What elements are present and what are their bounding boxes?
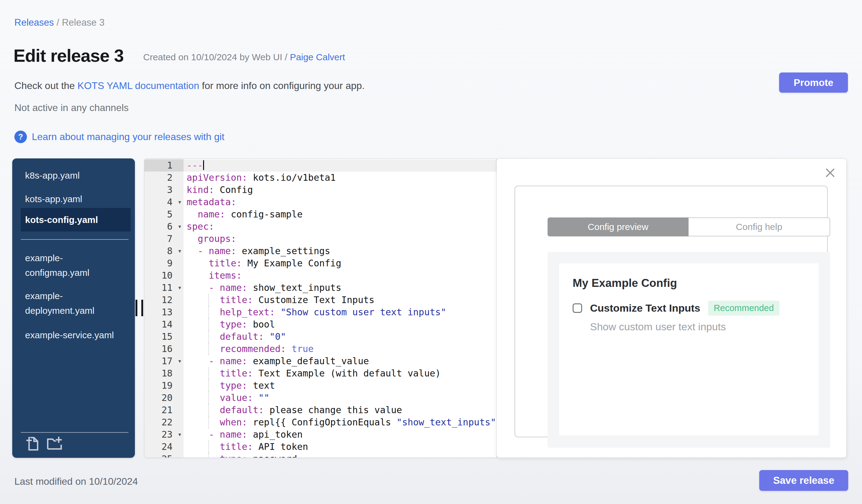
close-icon[interactable] (824, 167, 836, 179)
code-line-1[interactable]: 1--- (144, 159, 496, 172)
fold-arrow-icon[interactable]: ▼ (178, 196, 181, 208)
gutter-line-number: 22 (144, 416, 184, 428)
code-line-16[interactable]: 16 recommended: true (144, 343, 496, 355)
config-render-area: My Example Config Customize Text Inputs … (548, 252, 830, 448)
add-file-icon[interactable] (25, 436, 39, 451)
code-line-25[interactable]: 25 type: password (144, 453, 496, 458)
config-group-title: My Example Config (573, 277, 677, 290)
fold-arrow-icon[interactable]: ▼ (178, 221, 181, 233)
gutter-line-number: 12 (144, 294, 184, 306)
git-help-row: ? Learn about managing your releases wit… (14, 131, 224, 143)
created-info: Created on 10/10/2024 by Web UI / Paige … (143, 52, 345, 62)
code-line-8[interactable]: 8▼ - name: example_settings (144, 245, 496, 257)
code-line-5[interactable]: 5 name: config-sample (144, 208, 496, 221)
sidebar-file-example-deployment-yaml[interactable]: example-deployment.yaml (21, 289, 131, 318)
page-title: Edit release 3 (13, 45, 123, 66)
code-line-2[interactable]: 2apiVersion: kots.io/v1beta1 (144, 172, 496, 184)
breadcrumb-current: Release 3 (62, 17, 105, 28)
gutter-line-number: 24 (144, 441, 184, 453)
code-line-11[interactable]: 11▼ - name: show_text_inputs (144, 282, 496, 294)
config-item-row: Customize Text Inputs Recommended (573, 301, 780, 316)
sidebar-file-k8s-app-yaml[interactable]: k8s-app.yaml (21, 168, 131, 183)
git-releases-link[interactable]: Learn about managing your releases with … (32, 131, 224, 143)
kots-yaml-doc-link[interactable]: KOTS YAML documentation (77, 80, 199, 91)
sidebar-file-example-service-yaml[interactable]: example-service.yaml (21, 328, 131, 343)
gutter-line-number: 4▼ (144, 196, 184, 208)
breadcrumb: Releases / Release 3 (14, 17, 105, 28)
code-line-21[interactable]: 21 default: please change this value (144, 404, 496, 416)
breadcrumb-releases-link[interactable]: Releases (14, 17, 54, 28)
code-line-6[interactable]: 6▼spec: (144, 221, 496, 233)
config-item-help: Show custom user text inputs (590, 321, 726, 333)
gutter-line-number: 9 (144, 257, 184, 269)
gutter-line-number: 21 (144, 404, 184, 416)
gutter-line-number: 8▼ (144, 245, 184, 257)
code-line-18[interactable]: 18 title: Text Example (with default val… (144, 367, 496, 380)
fold-arrow-icon[interactable]: ▼ (178, 428, 181, 441)
save-release-button[interactable]: Save release (759, 470, 848, 491)
code-line-13[interactable]: 13 help_text: "Show custom user text inp… (144, 306, 496, 318)
gutter-line-number: 10 (144, 269, 184, 282)
gutter-line-number: 2 (144, 172, 184, 184)
gutter-line-number: 19 (144, 380, 184, 392)
code-line-15[interactable]: 15 default: "0" (144, 331, 496, 343)
fold-arrow-icon[interactable]: ▼ (178, 245, 181, 257)
sidebar-file-kots-config-yaml[interactable]: kots-config.yaml (21, 208, 131, 231)
gutter-line-number: 14 (144, 318, 184, 331)
channel-status: Not active in any channels (14, 102, 129, 114)
gutter-line-number: 23▼ (144, 428, 184, 441)
config-group-card: My Example Config Customize Text Inputs … (559, 263, 819, 436)
text-cursor (203, 160, 204, 170)
gutter-line-number: 3 (144, 184, 184, 196)
preview-tabs: Config previewConfig help (548, 217, 830, 236)
fold-arrow-icon[interactable]: ▼ (178, 282, 181, 294)
recommended-badge: Recommended (708, 301, 780, 316)
code-line-4[interactable]: 4▼metadata: (144, 196, 496, 208)
config-item-label: Customize Text Inputs (590, 302, 700, 314)
config-preview-card: Config previewConfig help My Example Con… (514, 186, 828, 437)
code-line-22[interactable]: 22 when: repl{{ ConfigOptionEquals "show… (144, 416, 496, 428)
gutter-line-number: 7 (144, 233, 184, 245)
code-line-17[interactable]: 17▼ - name: example_default_value (144, 355, 496, 367)
gutter-line-number: 13 (144, 306, 184, 318)
gutter-line-number: 11▼ (144, 282, 184, 294)
code-line-23[interactable]: 23▼ - name: api_token (144, 428, 496, 441)
tab-config-help[interactable]: Config help (689, 217, 830, 236)
gutter-line-number: 6▼ (144, 221, 184, 233)
code-line-3[interactable]: 3kind: Config (144, 184, 496, 196)
sidebar-resize-handle[interactable] (135, 300, 143, 316)
tab-config-preview[interactable]: Config preview (548, 217, 689, 236)
gutter-line-number: 17▼ (144, 355, 184, 367)
yaml-code-editor[interactable]: 1---2apiVersion: kots.io/v1beta13kind: C… (144, 158, 497, 458)
gutter-line-number: 5 (144, 208, 184, 221)
gutter-line-number: 16 (144, 343, 184, 355)
sidebar-file-kots-app-yaml[interactable]: kots-app.yaml (21, 192, 131, 207)
gutter-line-number: 25 (144, 453, 184, 458)
last-modified-text: Last modified on 10/10/2024 (14, 476, 138, 487)
customize-text-inputs-checkbox[interactable] (573, 303, 582, 313)
code-line-12[interactable]: 12 title: Customize Text Inputs (144, 294, 496, 306)
file-tree-sidebar: k8s-app.yamlkots-app.yamlkots-config.yam… (12, 158, 135, 458)
code-line-14[interactable]: 14 type: bool (144, 318, 496, 331)
code-line-20[interactable]: 20 value: "" (144, 392, 496, 404)
sidebar-file-example-configmap-yaml[interactable]: example-configmap.yaml (21, 251, 131, 280)
code-line-19[interactable]: 19 type: text (144, 380, 496, 392)
fold-arrow-icon[interactable]: ▼ (178, 355, 181, 367)
sidebar-divider-bottom (21, 432, 129, 433)
gutter-line-number: 20 (144, 392, 184, 404)
code-line-10[interactable]: 10 items: (144, 269, 496, 282)
code-line-24[interactable]: 24 title: API token (144, 441, 496, 453)
sidebar-divider (21, 239, 129, 240)
config-preview-panel: Config previewConfig help My Example Con… (496, 158, 847, 458)
breadcrumb-separator: / (56, 17, 62, 28)
code-line-7[interactable]: 7 groups: (144, 233, 496, 245)
code-line-9[interactable]: 9 title: My Example Config (144, 257, 496, 269)
promote-button[interactable]: Promote (779, 72, 848, 93)
add-folder-icon[interactable] (46, 436, 65, 451)
documentation-note: Check out the KOTS YAML documentation fo… (14, 80, 365, 91)
gutter-line-number: 15 (144, 331, 184, 343)
question-icon[interactable]: ? (14, 131, 27, 143)
created-by-link[interactable]: Paige Calvert (290, 52, 345, 62)
gutter-line-number: 1 (144, 159, 184, 172)
gutter-line-number: 18 (144, 367, 184, 380)
